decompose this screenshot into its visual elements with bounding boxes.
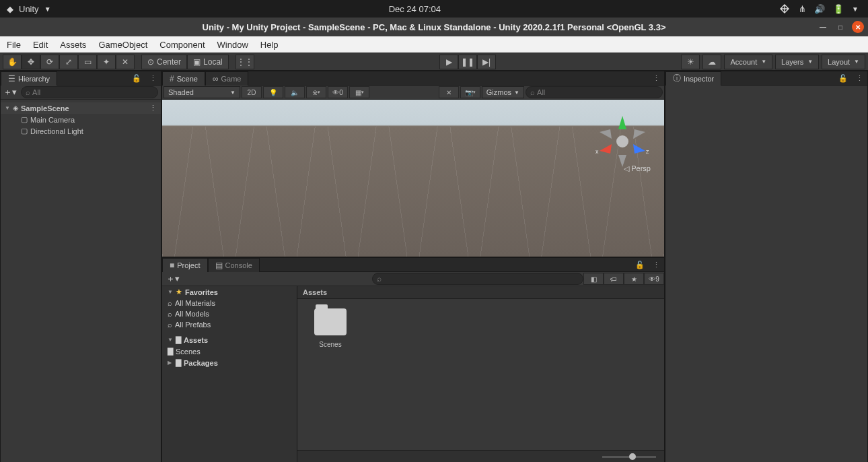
folder-icon: ▇ xyxy=(168,347,173,356)
packages-header[interactable]: ▶▇Packages xyxy=(162,357,297,368)
hierarchy-item[interactable]: ▢Main Camera xyxy=(1,114,161,125)
step-button[interactable]: ▶| xyxy=(477,55,496,69)
tab-inspector[interactable]: ⓘInspector xyxy=(665,71,721,86)
custom-tool-button[interactable]: ✕ xyxy=(116,55,135,69)
audio-toggle-icon[interactable]: 🔈 xyxy=(285,86,305,98)
svg-marker-1 xyxy=(618,116,626,129)
snap-button[interactable]: ⋮⋮ xyxy=(236,55,254,69)
system-menu-chevron-icon[interactable]: ▼ xyxy=(852,5,859,13)
project-menu-icon[interactable]: ⋮ xyxy=(649,261,664,269)
scene-viewport[interactable]: x z ◁ Persp xyxy=(162,100,664,257)
clock: Dec 24 07:04 xyxy=(51,4,779,14)
pivot-mode-button[interactable]: ⊙Center xyxy=(141,55,187,69)
scale-tool-button[interactable]: ⤢ xyxy=(59,55,78,69)
inspector-panel: ⓘInspector 🔓 ⋮ xyxy=(665,71,868,462)
close-button[interactable]: ✕ xyxy=(852,21,864,33)
project-lock-icon[interactable]: 🔓 xyxy=(631,261,649,269)
gizmos-dropdown[interactable]: Gizmos▼ xyxy=(482,86,524,98)
transform-tool-button[interactable]: ✦ xyxy=(97,55,116,69)
hidden-packages-toggle[interactable]: 👁9 xyxy=(644,273,664,285)
collab-icon[interactable]: ☀ xyxy=(681,55,700,69)
panel-menu-icon[interactable]: ⋮ xyxy=(145,74,161,83)
main-toolbar: ✋ ✥ ⟳ ⤢ ▭ ✦ ✕ ⊙Center ▣Local ⋮⋮ ▶ ❚❚ ▶| … xyxy=(0,53,868,71)
hierarchy-tree: ▼◈SampleScene ⋮ ▢Main Camera ▢Directiona… xyxy=(1,100,161,462)
chevron-down-icon[interactable]: ▼ xyxy=(44,5,51,13)
tool-settings-icon[interactable]: ✕ xyxy=(439,86,459,98)
assets-header[interactable]: ▼▇Assets xyxy=(162,334,297,345)
hidden-objects-icon[interactable]: 👁0 xyxy=(328,86,348,98)
project-tree: ▼★Favorites ⌕All Materials ⌕All Models ⌕… xyxy=(162,286,297,462)
rect-tool-button[interactable]: ▭ xyxy=(78,55,97,69)
move-tool-button[interactable]: ✥ xyxy=(22,55,40,69)
layout-dropdown[interactable]: Layout▼ xyxy=(822,55,865,69)
volume-icon[interactable]: 🔊 xyxy=(814,4,825,14)
tab-hierarchy[interactable]: ☰Hierarchy xyxy=(1,71,57,86)
menu-edit[interactable]: Edit xyxy=(33,40,48,50)
thumbnail-size-slider[interactable] xyxy=(297,450,664,462)
search-icon: ⌕ xyxy=(168,310,172,318)
menu-file[interactable]: File xyxy=(7,40,21,50)
project-search-input[interactable]: ⌕ xyxy=(372,273,583,285)
account-dropdown[interactable]: Account▼ xyxy=(724,55,772,69)
scene-panel-menu-icon[interactable]: ⋮ xyxy=(649,74,664,83)
2d-toggle[interactable]: 2D xyxy=(242,86,262,98)
favorite-item[interactable]: ⌕All Models xyxy=(162,308,297,319)
network-icon[interactable]: ⋔ xyxy=(799,4,806,14)
app-menu-label[interactable]: Unity xyxy=(19,4,39,14)
scene-toolbar: Shaded▼ 2D 💡 🔈 ※▾ 👁0 ▦▾ ✕ 📷▾ Gizmos▼ ⌕ A… xyxy=(162,86,664,100)
svg-text:z: z xyxy=(646,148,649,155)
battery-icon[interactable]: 🔋 xyxy=(833,4,844,14)
fx-toggle-icon[interactable]: ※▾ xyxy=(306,86,326,98)
hierarchy-panel: ☰Hierarchy 🔓 ⋮ ＋▾ ⌕ All ▼◈SampleScene ⋮ … xyxy=(0,71,161,462)
hierarchy-search-input[interactable]: ⌕ All xyxy=(21,86,158,98)
lock-icon[interactable]: 🔓 xyxy=(128,74,145,83)
menu-window[interactable]: Window xyxy=(217,40,248,50)
favorite-item[interactable]: ⌕All Materials xyxy=(162,298,297,308)
menu-component[interactable]: Component xyxy=(159,40,205,50)
filter-by-type-icon[interactable]: ◧ xyxy=(583,273,604,285)
tab-game[interactable]: ∞Game xyxy=(205,71,249,86)
cloud-icon[interactable]: ☁ xyxy=(702,55,721,69)
layers-dropdown[interactable]: Layers▼ xyxy=(775,55,819,69)
hierarchy-item[interactable]: ▢Directional Light xyxy=(1,125,161,137)
grid-toggle-icon[interactable]: ▦▾ xyxy=(349,86,369,98)
favorite-item[interactable]: ⌕All Prefabs xyxy=(162,319,297,330)
project-create-button[interactable]: ＋▾ xyxy=(162,273,184,285)
inspector-menu-icon[interactable]: ⋮ xyxy=(852,74,867,83)
menu-help[interactable]: Help xyxy=(260,40,279,50)
projection-label[interactable]: ◁ Persp xyxy=(624,164,651,173)
search-icon: ⌕ xyxy=(26,88,30,96)
project-breadcrumb[interactable]: Assets xyxy=(297,286,664,299)
pause-button[interactable]: ❚❚ xyxy=(458,55,477,69)
rotate-tool-button[interactable]: ⟳ xyxy=(40,55,59,69)
folder-icon: ▇ xyxy=(176,335,181,344)
save-search-icon[interactable]: ★ xyxy=(624,273,644,285)
orientation-gizmo[interactable]: x z xyxy=(593,112,652,171)
menu-assets[interactable]: Assets xyxy=(60,40,86,50)
favorites-header[interactable]: ▼★Favorites xyxy=(162,286,297,298)
scene-menu-icon[interactable]: ⋮ xyxy=(149,104,157,112)
inspector-lock-icon[interactable]: 🔓 xyxy=(834,74,852,83)
filter-by-label-icon[interactable]: 🏷 xyxy=(604,273,624,285)
tab-console[interactable]: ▤Console xyxy=(208,258,260,272)
create-button[interactable]: ＋▾ xyxy=(3,86,17,98)
pivot-rotation-button[interactable]: ▣Local xyxy=(187,55,229,69)
maximize-button[interactable]: □ xyxy=(834,21,846,33)
svg-marker-2 xyxy=(633,144,645,154)
tab-project[interactable]: ■Project xyxy=(162,258,208,272)
assets-child[interactable]: ▇Scenes xyxy=(162,345,297,357)
asset-folder[interactable]: Scenes xyxy=(307,308,354,440)
unity-icon[interactable] xyxy=(779,3,791,15)
play-button[interactable]: ▶ xyxy=(439,55,458,69)
menu-gameobject[interactable]: GameObject xyxy=(98,40,147,50)
camera-settings-icon[interactable]: 📷▾ xyxy=(460,86,480,98)
lighting-toggle-icon[interactable]: 💡 xyxy=(263,86,283,98)
os-top-bar: ◆ Unity ▼ Dec 24 07:04 ⋔ 🔊 🔋 ▼ xyxy=(0,0,868,18)
scene-row[interactable]: ▼◈SampleScene ⋮ xyxy=(1,102,161,114)
minimize-button[interactable]: — xyxy=(817,21,829,33)
assets-grid[interactable]: Scenes xyxy=(297,299,664,450)
tab-scene[interactable]: #Scene xyxy=(162,71,205,86)
draw-mode-dropdown[interactable]: Shaded▼ xyxy=(164,86,240,98)
hand-tool-button[interactable]: ✋ xyxy=(3,55,22,69)
scene-search-input[interactable]: ⌕ All xyxy=(526,86,663,98)
